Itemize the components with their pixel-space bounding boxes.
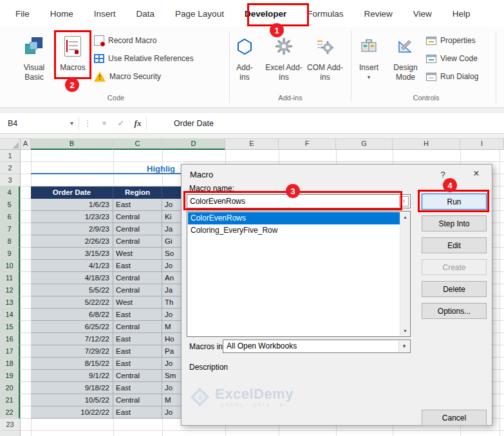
row-header[interactable]: 4 [0, 186, 20, 199]
com-add-ins-button[interactable]: COM Add-ins [306, 30, 344, 93]
cell-region[interactable]: East [113, 382, 162, 394]
cancel-button[interactable]: Cancel [422, 410, 487, 426]
cell-region[interactable]: East [113, 358, 162, 370]
table-header-order-date[interactable]: Order Date [31, 186, 113, 199]
ribbon-tab[interactable]: File [5, 0, 40, 27]
row-header[interactable]: 19 [0, 370, 20, 382]
cell-region[interactable]: East [113, 406, 162, 419]
cell-order-date[interactable]: 5/5/22 [31, 284, 113, 296]
cell-order-date[interactable]: 7/29/22 [31, 345, 113, 358]
cell-region[interactable]: Central [113, 272, 162, 284]
column-header[interactable]: F [279, 138, 336, 150]
scroll-down-icon[interactable]: ▼ [400, 326, 410, 336]
ribbon-tab[interactable]: Insert [84, 0, 126, 27]
row-header[interactable]: 21 [0, 394, 20, 406]
use-relative-references-button[interactable]: Use Relative References [94, 50, 216, 67]
cell-order-date[interactable]: 5/22/22 [31, 296, 113, 309]
dialog-close-icon[interactable]: × [470, 168, 483, 179]
column-header[interactable]: H [393, 138, 460, 150]
row-header[interactable]: 17 [0, 345, 20, 358]
combo-arrow-icon[interactable]: ▾ [398, 341, 409, 352]
step-into-button[interactable]: Step Into [422, 215, 487, 232]
design-mode-button[interactable]: Design Mode [386, 30, 425, 93]
cell-order-date[interactable]: 6/25/22 [31, 321, 113, 333]
cell-region[interactable]: Central [113, 235, 162, 248]
row-header[interactable]: 9 [0, 248, 20, 260]
row-header[interactable]: 13 [0, 296, 20, 309]
row-header[interactable]: 23 [0, 419, 20, 431]
row-header[interactable]: 5 [0, 199, 20, 211]
scroll-up-icon[interactable]: ▲ [400, 212, 410, 222]
cell-order-date[interactable]: 3/15/23 [31, 248, 113, 260]
ribbon-tab[interactable]: Formulas [297, 0, 353, 27]
record-macro-button[interactable]: Record Macro [94, 32, 216, 49]
column-header[interactable]: B [31, 138, 113, 150]
cell-order-date[interactable]: 10/22/22 [31, 406, 113, 419]
row-header[interactable]: 18 [0, 358, 20, 370]
edit-button[interactable]: Edit [422, 237, 487, 253]
column-header[interactable]: C [113, 138, 162, 150]
cell-order-date[interactable]: 9/18/22 [31, 382, 113, 394]
options-button[interactable]: Options... [422, 303, 487, 319]
enter-entry-icon[interactable]: ✓ [113, 118, 129, 128]
table-header-region[interactable]: Region [113, 186, 162, 199]
vertical-ellipsis-icon[interactable]: ⋮ [79, 118, 96, 128]
scrollbar[interactable]: ▲ ▼ [400, 212, 409, 336]
cell-region[interactable]: West [113, 296, 162, 309]
cell-region[interactable]: Central [113, 394, 162, 406]
cell-order-date[interactable]: 1/6/23 [31, 199, 113, 211]
cell-order-date[interactable]: 1/23/23 [31, 211, 113, 223]
row-header[interactable]: 8 [0, 235, 20, 248]
cell-region[interactable]: Central [113, 321, 162, 333]
macro-list-item[interactable]: Coloring_EveryFive_Row [188, 224, 400, 237]
ribbon-tab[interactable]: Help [442, 0, 481, 27]
row-header[interactable]: 14 [0, 309, 20, 321]
select-all-corner[interactable] [0, 138, 21, 150]
cell-region[interactable]: Central [113, 223, 162, 235]
visual-basic-button[interactable]: Visual Basic [17, 30, 51, 93]
cell-region[interactable]: East [113, 333, 162, 345]
cell-order-date[interactable]: 8/15/22 [31, 358, 113, 370]
cell-region[interactable]: East [113, 309, 162, 321]
cell-order-date[interactable]: 4/18/23 [31, 272, 113, 284]
run-dialog-button[interactable]: Run Dialog [426, 68, 498, 85]
cell-region[interactable]: East [113, 260, 162, 272]
column-header[interactable]: I [460, 138, 504, 150]
row-header[interactable]: 7 [0, 223, 20, 235]
name-box-dropdown-icon[interactable]: ▾ [70, 120, 73, 127]
ribbon-tab[interactable]: Developer [234, 0, 297, 27]
excel-add-ins-button[interactable]: Excel Add-ins [264, 30, 304, 93]
insert-control-button[interactable]: Insert ▾ [354, 30, 384, 93]
cell-order-date[interactable]: 7/12/22 [31, 333, 113, 345]
cell-order-date[interactable]: 9/1/22 [31, 370, 113, 382]
view-code-button[interactable]: View Code [426, 50, 498, 67]
insert-function-icon[interactable]: fx [129, 118, 146, 129]
cell-order-date[interactable]: 2/26/23 [31, 235, 113, 248]
column-header[interactable]: G [336, 138, 393, 150]
row-header[interactable]: 12 [0, 284, 20, 296]
macro-list-item[interactable]: ColorEvenRows [188, 212, 400, 224]
row-header[interactable]: 20 [0, 382, 20, 394]
collapse-dialog-icon[interactable]: ↑ [399, 196, 409, 206]
cell-region[interactable]: East [113, 199, 162, 211]
ribbon-tab[interactable]: Review [353, 0, 402, 27]
column-header[interactable]: E [225, 138, 279, 150]
column-header[interactable]: D [162, 138, 225, 150]
cell-region[interactable]: Central [113, 211, 162, 223]
cell-region[interactable]: Central [113, 370, 162, 382]
cell-region[interactable]: West [113, 248, 162, 260]
ribbon-tab[interactable]: Page Layout [165, 0, 234, 27]
ribbon-tab[interactable]: Home [40, 0, 84, 27]
row-header[interactable]: 22 [0, 406, 20, 419]
cell-order-date[interactable]: 4/1/23 [31, 260, 113, 272]
row-header[interactable]: 16 [0, 333, 20, 345]
cell-order-date[interactable]: 6/8/22 [31, 309, 113, 321]
row-header[interactable]: 15 [0, 321, 20, 333]
row-header[interactable]: 2 [0, 162, 20, 174]
name-box[interactable]: B4 ▾ [0, 113, 79, 133]
row-header[interactable]: 10 [0, 260, 20, 272]
properties-button[interactable]: Properties [426, 32, 498, 49]
macro-security-button[interactable]: ! Macro Security [94, 68, 216, 85]
macros-in-dropdown[interactable]: All Open Workbooks ▾ [223, 340, 411, 353]
ribbon-tab[interactable]: Data [126, 0, 165, 27]
